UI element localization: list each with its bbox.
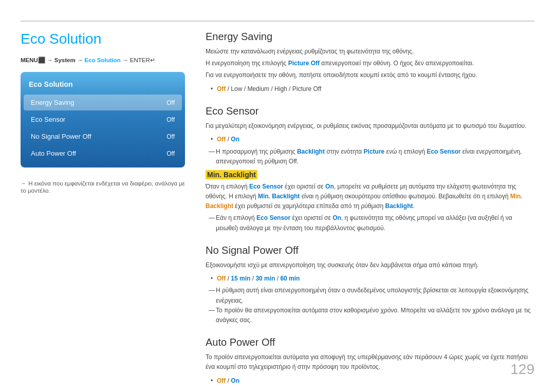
menu-item-value: Off: [166, 99, 175, 106]
section-title-no-signal: No Signal Power Off: [206, 245, 534, 256]
menu-box-title: Eco Solution: [21, 77, 185, 94]
menu-item-energy-saving[interactable]: Energy Saving Off: [24, 95, 182, 110]
energy-saving-options: Off / Low / Medium / High / Picture Off: [211, 84, 534, 94]
no-signal-note1: Η ρύθμιση αυτή είναι απενεργοποιημένη ότ…: [209, 286, 534, 305]
menu-item-value: Off: [166, 133, 175, 140]
no-signal-note2: Το προϊόν θα απενεργοποιείται αυτόματα σ…: [209, 306, 534, 325]
min-backlight-notes: Εάν η επιλογή Eco Sensor έχει οριστεί σε…: [209, 213, 534, 233]
menu-item-no-signal[interactable]: No Signal Power Off Off: [24, 128, 182, 144]
no-signal-notes: Η ρύθμιση αυτή είναι απενεργοποιημένη ότ…: [209, 286, 534, 325]
eco-sensor-options: Off / On: [211, 134, 534, 144]
auto-power-desc: Το προϊόν απενεργοποιείται αυτόματα για …: [206, 352, 534, 372]
menu-item-label: Eco Sensor: [31, 116, 65, 123]
eco-solution-path: Eco Solution: [85, 57, 121, 63]
page-title: Eco Solution: [21, 31, 185, 47]
section-title-auto-power: Auto Power Off: [206, 337, 534, 348]
eco-sensor-desc: Για μεγαλύτερη εξοικονόμηση ενέργειας, ο…: [206, 121, 534, 131]
min-backlight-desc1: Όταν η επιλογή Eco Sensor έχει οριστεί σ…: [206, 182, 534, 212]
model-note: Η εικόνα που εμφανίζεται ενδέχεται να δι…: [21, 180, 185, 194]
energy-saving-option: Off / Low / Medium / High / Picture Off: [211, 84, 534, 94]
menu-path: MENU⬛ → System → Eco Solution → ENTER↵: [21, 57, 185, 64]
page-number: 129: [510, 361, 534, 378]
top-divider: [21, 21, 534, 22]
menu-item-value: Off: [166, 150, 175, 157]
eco-sensor-notes: Η προσαρμογή της ρύθμισης Backlight στην…: [209, 147, 534, 166]
energy-saving-desc3: Για να ενεργοποιήσετε την οθόνη, πατήστε…: [206, 70, 534, 80]
menu-item-auto-power[interactable]: Auto Power Off Off: [24, 145, 182, 161]
menu-item-label: No Signal Power Off: [31, 133, 91, 140]
menu-item-value: Off: [166, 116, 175, 123]
eco-sensor-note1: Η προσαρμογή της ρύθμισης Backlight στην…: [209, 147, 534, 166]
section-title-eco-sensor: Eco Sensor: [206, 105, 534, 117]
menu-item-eco-sensor[interactable]: Eco Sensor Off: [24, 111, 182, 127]
no-signal-options: Off / 15 min / 30 min / 60 min: [211, 273, 534, 284]
section-no-signal: No Signal Power Off Εξοικονομήστε ισχύ μ…: [206, 245, 534, 325]
section-eco-sensor: Eco Sensor Για μεγαλύτερη εξοικονόμηση ε…: [206, 105, 534, 233]
menu-item-label: Energy Saving: [31, 99, 75, 106]
no-signal-option: Off / 15 min / 30 min / 60 min: [211, 273, 534, 284]
energy-saving-desc1: Μειώστε την κατανάλωση ενέργειας ρυθμίζο…: [206, 47, 534, 57]
energy-saving-desc2: Η ενεργοποίηση της επιλογής Picture Off …: [206, 59, 534, 68]
min-backlight-section: Min. Backlight Όταν η επιλογή Eco Sensor…: [206, 171, 534, 233]
menu-item-label: Auto Power Off: [31, 150, 76, 157]
no-signal-desc: Εξοικονομήστε ισχύ με απενεργοποίηση της…: [206, 260, 534, 270]
section-title-energy-saving: Energy Saving: [206, 31, 534, 43]
auto-power-option: Off / On: [211, 376, 534, 386]
section-auto-power: Auto Power Off Το προϊόν απενεργοποιείτα…: [206, 337, 534, 386]
auto-power-options: Off / On: [211, 376, 534, 386]
left-panel: Eco Solution MENU⬛ → System → Eco Soluti…: [21, 31, 185, 194]
right-panel: Energy Saving Μειώστε την κατανάλωση ενέ…: [206, 31, 534, 392]
eco-sensor-option: Off / On: [211, 134, 534, 144]
min-backlight-title: Min. Backlight: [206, 171, 534, 179]
section-energy-saving: Energy Saving Μειώστε την κατανάλωση ενέ…: [206, 31, 534, 94]
menu-box: Eco Solution Energy Saving Off Eco Senso…: [21, 72, 185, 167]
min-backlight-note: Εάν η επιλογή Eco Sensor έχει οριστεί σε…: [209, 213, 534, 233]
